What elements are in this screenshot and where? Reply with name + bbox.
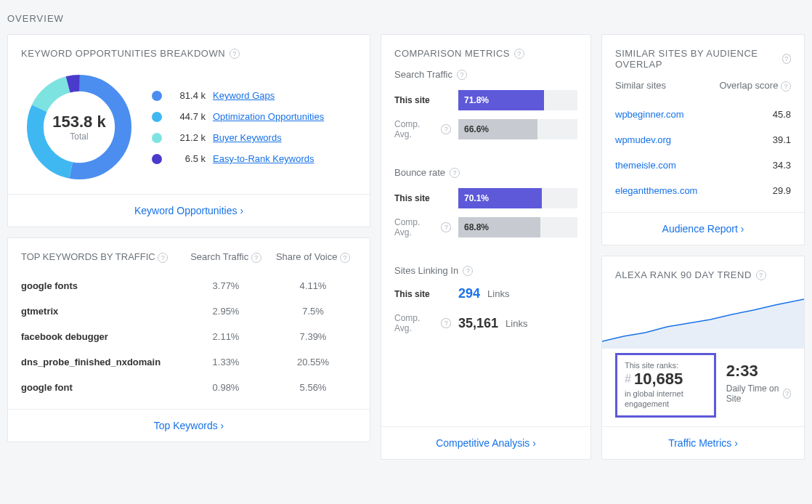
metric-label: This site — [394, 95, 451, 105]
col-header-sov: Share of Voice — [269, 251, 357, 273]
legend-value: 81.4 k — [169, 90, 206, 101]
legend-item: 6.5 k Easy-to-Rank Keywords — [152, 153, 324, 164]
metric-label: Comp. Avg. — [394, 119, 451, 139]
bar-outer: 70.1% — [458, 188, 577, 208]
bar-outer: 66.6% — [458, 119, 577, 139]
info-icon[interactable] — [441, 318, 451, 328]
bar-value: 70.1% — [458, 188, 542, 208]
col-header-score: Overlap score — [719, 80, 791, 92]
audience-report-link[interactable]: Audience Report — [662, 223, 744, 235]
kw-cell: dns_probe_finished_nxdomain — [21, 349, 182, 375]
competitive-analysis-link[interactable]: Competitive Analysis — [436, 437, 536, 449]
kw-cell: facebook debugger — [21, 324, 182, 349]
similar-sites-card: SIMILAR SITES BY AUDIENCE OVERLAP Simila… — [601, 34, 805, 245]
legend-item: 21.2 k Buyer Keywords — [152, 132, 324, 143]
top-keywords-link[interactable]: Top Keywords — [154, 420, 224, 431]
donut-total-value: 153.8 k — [52, 113, 105, 131]
links-unit: Links — [506, 318, 527, 329]
card-title: COMPARISON METRICS — [394, 48, 577, 59]
info-icon[interactable] — [450, 168, 460, 178]
info-icon[interactable] — [230, 49, 240, 59]
sparkline-chart — [602, 290, 804, 349]
info-icon[interactable] — [158, 253, 168, 263]
links-unit: Links — [487, 288, 509, 299]
donut-chart: 153.8 k Total — [21, 69, 137, 185]
list-item: wpbeginner.com45.8 — [615, 102, 791, 127]
time-on-site-box: 2:33 Daily Time on Site — [726, 353, 791, 418]
legend-value: 44.7 k — [169, 111, 206, 122]
legend-dot — [152, 154, 162, 164]
metric-label-text: Comp. Avg. — [394, 313, 438, 333]
overlap-score: 29.9 — [773, 185, 791, 196]
legend-link[interactable]: Keyword Gaps — [213, 90, 275, 101]
metric-row-comp-avg: Comp. Avg. 66.6% — [394, 119, 577, 139]
overlap-score: 45.8 — [773, 109, 791, 120]
sov-cell: 4.11% — [269, 273, 357, 298]
sov-cell: 7.39% — [269, 324, 357, 349]
time-label-text: Daily Time on Site — [726, 383, 780, 404]
site-link[interactable]: themeisle.com — [615, 160, 676, 171]
info-icon[interactable] — [441, 222, 451, 232]
site-link[interactable]: wpbeginner.com — [615, 109, 684, 120]
legend-dot — [152, 112, 162, 122]
metric-label: Comp. Avg. — [394, 217, 451, 237]
col-header-traffic: Search Traffic — [182, 251, 269, 273]
table-row: google font0.98%5.56% — [21, 375, 357, 400]
info-icon[interactable] — [340, 253, 350, 263]
section-sites-linking: Sites Linking In — [394, 265, 577, 276]
info-icon[interactable] — [457, 70, 467, 80]
sov-cell: 20.55% — [269, 349, 357, 375]
bar-value: 68.8% — [458, 217, 540, 237]
traffic-metrics-link[interactable]: Traffic Metrics — [668, 437, 738, 449]
kw-cell: google fonts — [21, 273, 182, 298]
site-link[interactable]: elegantthemes.com — [615, 185, 697, 196]
list-item: wpmudev.org39.1 — [615, 127, 791, 153]
legend-link[interactable]: Optimization Opportunities — [213, 111, 324, 122]
rank-number: 10,685 — [634, 370, 683, 389]
links-row-comp-avg: Comp. Avg. 35,161 Links — [394, 313, 577, 333]
col-label: Overlap score — [719, 80, 778, 91]
info-icon[interactable] — [756, 270, 766, 280]
sov-cell: 5.56% — [269, 375, 357, 400]
table-row: facebook debugger2.11%7.39% — [21, 324, 357, 349]
legend-link[interactable]: Easy-to-Rank Keywords — [213, 153, 314, 164]
metric-label: This site — [394, 193, 451, 203]
info-icon[interactable] — [783, 389, 791, 399]
traffic-cell: 0.98% — [182, 375, 269, 400]
page-title: OVERVIEW — [7, 7, 805, 34]
metric-row-comp-avg: Comp. Avg. 68.8% — [394, 217, 577, 237]
legend: 81.4 k Keyword Gaps 44.7 k Optimization … — [152, 90, 324, 164]
card-title: KEYWORD OPPORTUNITIES BREAKDOWN — [21, 48, 357, 59]
info-icon[interactable] — [782, 54, 791, 64]
info-icon[interactable] — [514, 49, 524, 59]
card-title-text: TOP KEYWORDS BY TRAFFIC — [21, 251, 155, 262]
col-header-keyword: TOP KEYWORDS BY TRAFFIC — [21, 251, 182, 273]
section-bounce-rate: Bounce rate — [394, 167, 577, 178]
col-label: Share of Voice — [276, 251, 338, 262]
info-icon[interactable] — [441, 124, 451, 134]
card-title-text: SIMILAR SITES BY AUDIENCE OVERLAP — [615, 48, 778, 70]
donut-total-label: Total — [70, 131, 88, 142]
traffic-cell: 3.77% — [182, 273, 269, 298]
metric-label: Comp. Avg. — [394, 313, 451, 333]
legend-dot — [152, 133, 162, 143]
metric-row-this-site: This site 71.8% — [394, 90, 577, 110]
bar-value: 71.8% — [458, 90, 544, 110]
card-title: ALEXA RANK 90 DAY TREND — [602, 269, 804, 280]
legend-link[interactable]: Buyer Keywords — [213, 132, 282, 143]
links-value: 35,161 — [458, 316, 498, 331]
list-item: elegantthemes.com29.9 — [615, 178, 791, 203]
info-icon[interactable] — [463, 266, 473, 276]
rank-highlight-box: This site ranks: #10,685 in global inter… — [615, 353, 716, 418]
legend-item: 44.7 k Optimization Opportunities — [152, 111, 324, 122]
info-icon[interactable] — [781, 81, 791, 92]
section-label-text: Bounce rate — [394, 167, 445, 178]
links-row-this-site: This site 294 Links — [394, 286, 577, 301]
kw-cell: gtmetrix — [21, 298, 182, 324]
time-label: Daily Time on Site — [726, 383, 791, 404]
keyword-opportunities-link[interactable]: Keyword Opportunities — [134, 205, 243, 216]
section-label-text: Search Traffic — [394, 69, 452, 80]
legend-item: 81.4 k Keyword Gaps — [152, 90, 324, 101]
site-link[interactable]: wpmudev.org — [615, 134, 671, 145]
info-icon[interactable] — [251, 253, 261, 263]
